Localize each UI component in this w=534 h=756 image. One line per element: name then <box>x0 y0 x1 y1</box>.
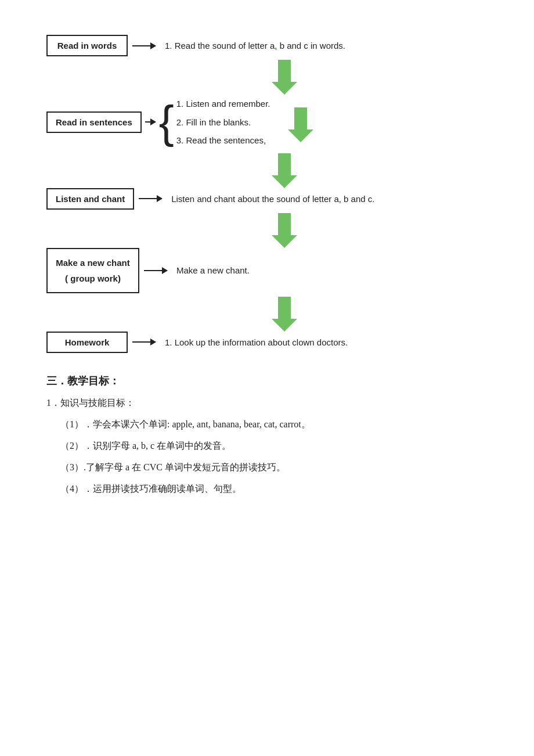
arrow-down-head-1 <box>272 82 297 95</box>
arrow-right-4 <box>144 270 167 271</box>
arrow-line-5 <box>132 341 156 343</box>
listen-and-chant-box: Listen and chant <box>46 188 134 210</box>
knowledge-skills-title: 1．知识与技能目标： <box>46 395 488 411</box>
arrow-down-2 <box>81 153 488 188</box>
arrow-down-shaft-1 <box>278 60 291 82</box>
arrow-down-head-2 <box>272 175 297 188</box>
arrow-down-4 <box>81 297 488 332</box>
section-title: 三．教学目标： <box>46 374 488 388</box>
arrow-line-2 <box>145 121 156 123</box>
arrow-down-head-3 <box>272 235 297 248</box>
homework-box: Homework <box>46 332 128 353</box>
arrow-right-down-head <box>288 129 313 142</box>
sentences-item-2: 2. Fill in the blanks. <box>176 113 270 132</box>
arrow-right-5 <box>132 341 156 343</box>
make-new-chant-row: Make a new chant ( group work) Make a ne… <box>46 248 488 293</box>
sub-items-list: （1）．学会本课六个单词: apple, ant, banana, bear, … <box>60 416 488 497</box>
arrow-down-3 <box>81 213 488 248</box>
arrow-down-shaft-4 <box>278 297 291 319</box>
sentences-item-3: 3. Read the sentences, <box>176 131 270 150</box>
arrowhead-2 <box>150 118 156 125</box>
sentences-list: 1. Listen and remember. 2. Fill in the b… <box>176 95 270 150</box>
read-in-words-row: Read in words 1. Read the sound of lette… <box>46 35 488 56</box>
sentences-item-1: 1. Listen and remember. <box>176 95 270 113</box>
arrow-down-right <box>288 107 313 142</box>
read-in-sentences-block: Read in sentences { 1. Listen and rememb… <box>46 95 488 150</box>
read-in-words-box: Read in words <box>46 35 128 56</box>
homework-desc: 1. Look up the information about clown d… <box>165 337 348 347</box>
arrow-line-3 <box>139 198 162 199</box>
homework-row: Homework 1. Look up the information abou… <box>46 332 488 353</box>
curly-brace: { <box>159 99 174 145</box>
make-new-chant-desc: Make a new chant. <box>176 265 250 275</box>
arrow-down-1 <box>81 60 488 95</box>
make-new-chant-label2: ( group work) <box>56 271 130 286</box>
make-new-chant-label1: Make a new chant <box>56 255 130 271</box>
flow-diagram: Read in words 1. Read the sound of lette… <box>46 35 488 353</box>
arrow-right-down-shaft <box>294 107 307 129</box>
read-in-words-desc: 1. Read the sound of letter a, b and c i… <box>165 41 345 51</box>
arrow-down-head-4 <box>272 319 297 332</box>
listen-and-chant-row: Listen and chant Listen and chant about … <box>46 188 488 210</box>
sub-item-2: （2）．识别字母 a, b, c 在单词中的发音。 <box>60 438 488 453</box>
arrow-right-2 <box>145 121 156 123</box>
arrow-down-shaft-3 <box>278 213 291 235</box>
read-in-sentences-box: Read in sentences <box>46 111 142 133</box>
sub-item-1: （1）．学会本课六个单词: apple, ant, banana, bear, … <box>60 416 488 432</box>
sub-item-4: （4）．运用拼读技巧准确朗读单词、句型。 <box>60 481 488 496</box>
sub-item-3: （3）.了解字母 a 在 CVC 单词中发短元音的拼读技巧。 <box>60 459 488 475</box>
arrow-down-shaft-2 <box>278 153 291 175</box>
sentences-list-with-bracket: { 1. Listen and remember. 2. Fill in the… <box>159 95 270 150</box>
arrow-line-4 <box>144 270 167 271</box>
make-new-chant-box: Make a new chant ( group work) <box>46 248 139 293</box>
arrow-right-1 <box>132 45 156 46</box>
arrow-line-1 <box>132 45 156 46</box>
listen-and-chant-desc: Listen and chant about the sound of lett… <box>171 194 374 204</box>
arrow-right-3 <box>139 198 162 199</box>
